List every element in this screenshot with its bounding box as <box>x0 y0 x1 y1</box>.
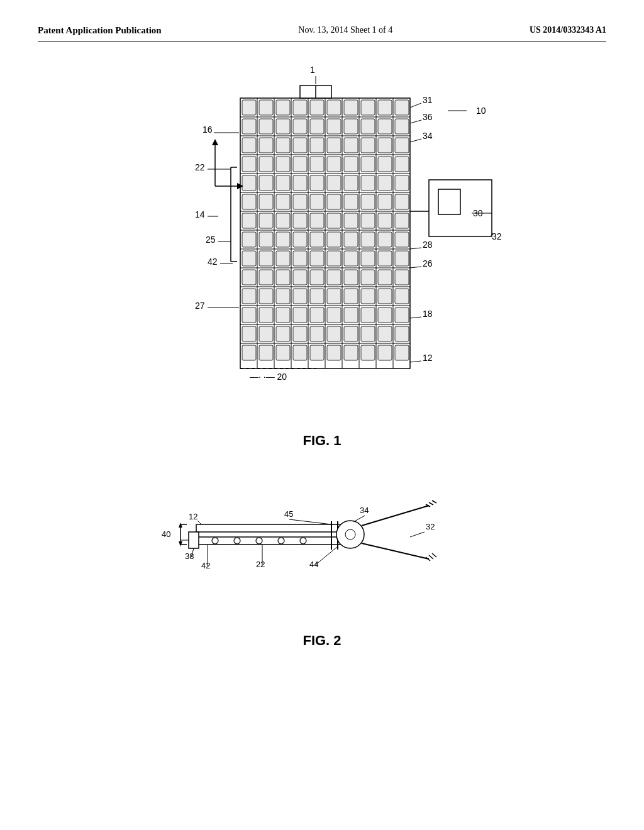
svg-text:22: 22 <box>195 162 205 172</box>
svg-rect-99 <box>344 232 358 247</box>
figures-container: 1 10 31 36 34 16 22 <box>38 60 606 649</box>
svg-rect-137 <box>310 307 324 323</box>
svg-line-238 <box>197 521 201 524</box>
svg-rect-62 <box>395 157 409 172</box>
svg-rect-89 <box>344 213 358 228</box>
svg-rect-212 <box>196 524 347 532</box>
svg-rect-112 <box>395 251 409 266</box>
svg-rect-146 <box>293 326 307 341</box>
svg-rect-131 <box>378 289 392 304</box>
svg-rect-82 <box>395 194 409 209</box>
svg-line-182 <box>410 120 421 123</box>
svg-point-220 <box>256 538 262 544</box>
svg-rect-162 <box>395 345 409 360</box>
svg-rect-71 <box>378 175 392 191</box>
svg-rect-77 <box>310 194 324 209</box>
svg-rect-55 <box>276 157 290 172</box>
svg-rect-72 <box>395 175 409 191</box>
svg-line-198 <box>410 248 421 249</box>
svg-point-222 <box>300 538 306 544</box>
svg-rect-93 <box>242 232 256 247</box>
svg-text:12: 12 <box>189 512 197 521</box>
svg-rect-30 <box>361 100 375 115</box>
svg-rect-86 <box>293 213 307 228</box>
svg-rect-130 <box>361 289 375 304</box>
svg-rect-34 <box>259 119 273 134</box>
svg-rect-25 <box>276 100 290 115</box>
svg-rect-110 <box>361 251 375 266</box>
svg-text:18: 18 <box>423 309 433 319</box>
svg-rect-129 <box>344 289 358 304</box>
svg-rect-46 <box>293 138 307 153</box>
figure-1-block: 1 10 31 36 34 16 22 <box>140 60 504 449</box>
svg-rect-107 <box>310 251 324 266</box>
figure-2-block: 12 45 34 40 38 42 22 <box>146 487 498 649</box>
svg-text:26: 26 <box>423 258 433 268</box>
svg-line-180 <box>410 103 421 108</box>
svg-rect-40 <box>361 119 375 134</box>
svg-rect-157 <box>310 345 324 360</box>
svg-rect-108 <box>327 251 341 266</box>
svg-text:34: 34 <box>360 506 369 515</box>
svg-rect-32 <box>395 100 409 115</box>
svg-rect-52 <box>395 138 409 153</box>
svg-rect-49 <box>344 138 358 153</box>
svg-rect-85 <box>276 213 290 228</box>
svg-rect-91 <box>378 213 392 228</box>
svg-rect-37 <box>310 119 324 134</box>
svg-text:44: 44 <box>309 560 318 569</box>
svg-text:32: 32 <box>492 231 502 241</box>
svg-rect-35 <box>276 119 290 134</box>
svg-rect-161 <box>378 345 392 360</box>
page-header: Patent Application Publication Nov. 13, … <box>38 25 606 42</box>
svg-line-231 <box>432 501 436 503</box>
svg-rect-80 <box>361 194 375 209</box>
svg-text:42: 42 <box>208 257 218 267</box>
svg-rect-58 <box>327 157 341 172</box>
svg-rect-102 <box>395 232 409 247</box>
svg-rect-134 <box>259 307 273 323</box>
svg-marker-217 <box>179 541 182 546</box>
svg-rect-73 <box>242 194 256 209</box>
fig1-label: FIG. 1 <box>303 433 341 449</box>
svg-rect-121 <box>378 270 392 285</box>
svg-text:16: 16 <box>203 124 213 135</box>
svg-rect-47 <box>310 138 324 153</box>
svg-line-184 <box>410 139 421 142</box>
svg-rect-54 <box>259 157 273 172</box>
svg-rect-28 <box>327 100 341 115</box>
svg-rect-68 <box>327 175 341 191</box>
svg-rect-48 <box>327 138 341 153</box>
svg-rect-92 <box>395 213 409 228</box>
svg-rect-95 <box>276 232 290 247</box>
svg-rect-126 <box>293 289 307 304</box>
svg-line-253 <box>410 532 425 537</box>
svg-rect-115 <box>276 270 290 285</box>
svg-rect-33 <box>242 119 256 134</box>
svg-text:10: 10 <box>476 106 486 116</box>
svg-rect-109 <box>344 251 358 266</box>
svg-rect-235 <box>189 532 199 548</box>
svg-rect-84 <box>259 213 273 228</box>
svg-rect-64 <box>259 175 273 191</box>
svg-rect-113 <box>242 270 256 285</box>
svg-line-228 <box>362 543 429 559</box>
svg-rect-66 <box>293 175 307 191</box>
svg-rect-149 <box>344 326 358 341</box>
svg-text:34: 34 <box>423 131 433 141</box>
svg-rect-111 <box>378 251 392 266</box>
svg-rect-166 <box>438 189 460 214</box>
svg-text:14: 14 <box>195 209 205 219</box>
svg-point-221 <box>278 538 284 544</box>
svg-rect-97 <box>310 232 324 247</box>
svg-point-218 <box>212 538 218 544</box>
svg-rect-103 <box>242 251 256 266</box>
svg-rect-98 <box>327 232 341 247</box>
svg-rect-105 <box>276 251 290 266</box>
fig1-svg: 1 10 31 36 34 16 22 <box>140 60 504 425</box>
svg-rect-67 <box>310 175 324 191</box>
svg-rect-153 <box>242 345 256 360</box>
svg-rect-36 <box>293 119 307 134</box>
svg-rect-127 <box>310 289 324 304</box>
svg-rect-133 <box>242 307 256 323</box>
